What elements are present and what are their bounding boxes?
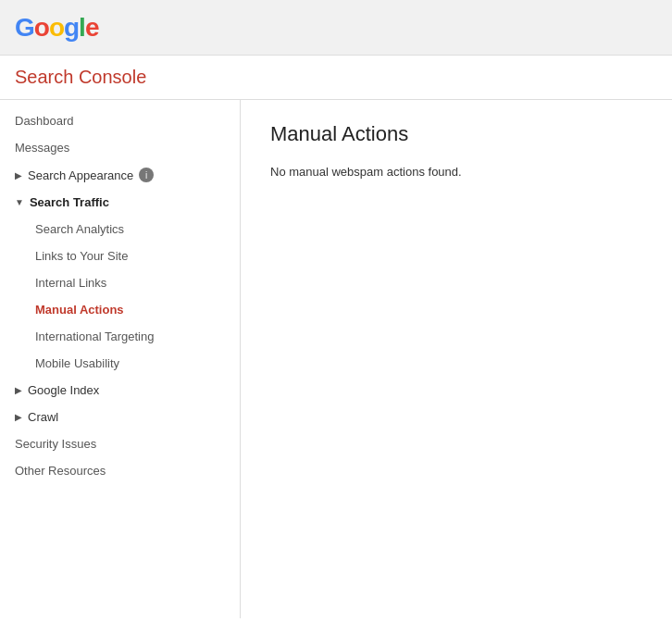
- layout: Dashboard Messages ▶ Search Appearance i…: [0, 100, 672, 618]
- sidebar-item-dashboard[interactable]: Dashboard: [0, 107, 240, 134]
- sidebar: Dashboard Messages ▶ Search Appearance i…: [0, 100, 241, 618]
- sidebar-item-search-analytics[interactable]: Search Analytics: [0, 216, 240, 243]
- sidebar-item-security-issues[interactable]: Security Issues: [0, 430, 240, 457]
- header: Google: [0, 0, 672, 56]
- info-icon[interactable]: i: [139, 168, 154, 182]
- sidebar-item-manual-actions[interactable]: Manual Actions: [0, 296, 240, 323]
- sidebar-item-mobile-usability[interactable]: Mobile Usability: [0, 350, 240, 377]
- sidebar-item-international-targeting[interactable]: International Targeting: [0, 323, 240, 350]
- google-logo: Google: [15, 13, 98, 43]
- sidebar-item-links-to-your-site[interactable]: Links to Your Site: [0, 243, 240, 269]
- chevron-right-icon: ▶: [15, 412, 22, 422]
- chevron-right-icon: ▶: [15, 385, 22, 395]
- sidebar-item-other-resources[interactable]: Other Resources: [0, 457, 240, 484]
- sidebar-section-search-traffic[interactable]: ▼ Search Traffic: [0, 189, 240, 216]
- sidebar-item-internal-links[interactable]: Internal Links: [0, 269, 240, 296]
- chevron-right-icon: ▶: [15, 170, 22, 180]
- main-content: Manual Actions No manual webspam actions…: [241, 100, 672, 618]
- chevron-down-icon: ▼: [15, 197, 24, 207]
- page-title: Manual Actions: [270, 122, 642, 146]
- sidebar-section-crawl[interactable]: ▶ Crawl: [0, 404, 240, 430]
- sidebar-section-search-appearance[interactable]: ▶ Search Appearance i: [0, 161, 240, 189]
- sidebar-item-messages[interactable]: Messages: [0, 134, 240, 161]
- app-title: Search Console: [15, 67, 657, 88]
- sidebar-section-google-index[interactable]: ▶ Google Index: [0, 377, 240, 404]
- main-message: No manual webspam actions found.: [270, 165, 642, 179]
- subheader: Search Console: [0, 56, 672, 100]
